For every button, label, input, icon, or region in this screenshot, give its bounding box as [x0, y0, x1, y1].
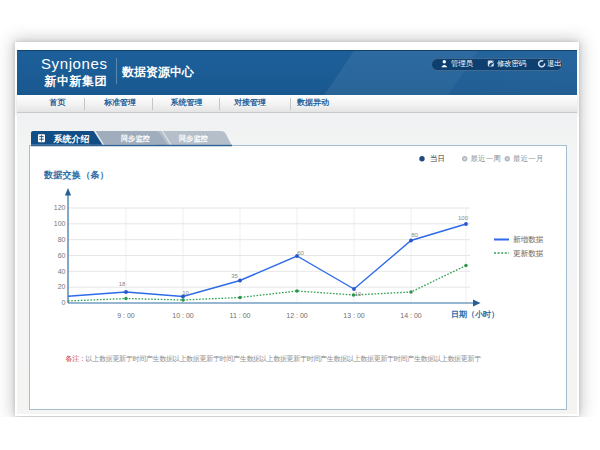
svg-text:10: 10	[182, 290, 189, 296]
svg-text:20: 20	[58, 283, 66, 290]
svg-text:9 : 00: 9 : 00	[117, 312, 135, 319]
svg-text:60: 60	[297, 250, 304, 256]
svg-text:100: 100	[54, 220, 66, 227]
svg-text:18: 18	[119, 281, 126, 287]
svg-text:10: 10	[355, 291, 362, 297]
svg-text:同步监控: 同步监控	[179, 134, 209, 143]
svg-text:同步监控: 同步监控	[121, 134, 151, 143]
svg-text:13 : 00: 13 : 00	[343, 312, 365, 319]
svg-text:10 : 00: 10 : 00	[172, 312, 194, 319]
svg-text:14 : 00: 14 : 00	[400, 312, 422, 319]
svg-text:0: 0	[62, 299, 66, 306]
svg-text:12 : 00: 12 : 00	[286, 312, 308, 319]
svg-text:11 : 00: 11 : 00	[230, 312, 251, 319]
svg-text:35: 35	[231, 273, 238, 279]
svg-text:40: 40	[58, 268, 66, 275]
svg-text:100: 100	[458, 215, 469, 221]
svg-text:60: 60	[58, 252, 66, 259]
svg-text:80: 80	[58, 236, 66, 243]
svg-text:系统介绍: 系统介绍	[52, 134, 89, 144]
svg-text:120: 120	[54, 204, 66, 211]
svg-text:80: 80	[411, 232, 418, 238]
